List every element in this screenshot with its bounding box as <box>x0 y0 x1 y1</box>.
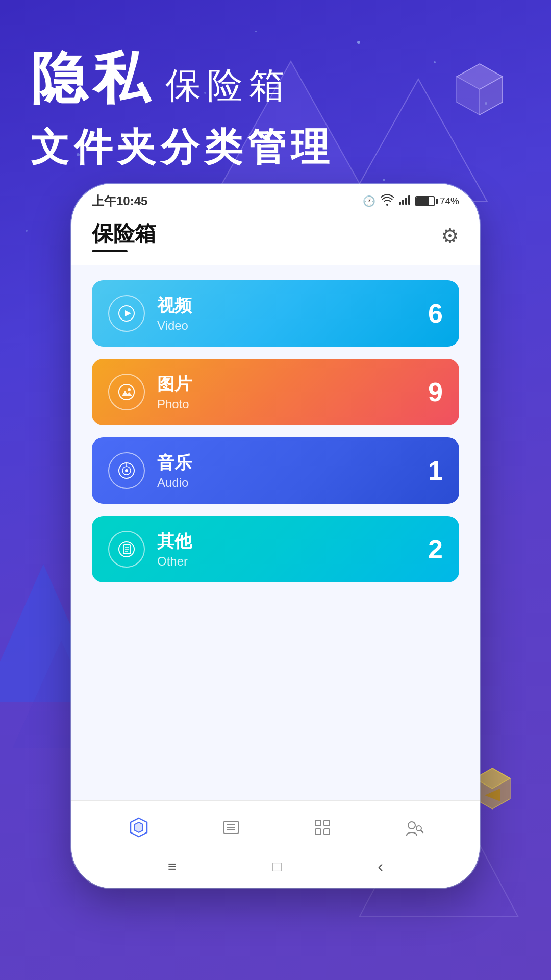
svg-marker-4 <box>480 77 503 115</box>
card-left-video: 视频 Video <box>108 294 192 333</box>
svg-point-23 <box>119 542 134 557</box>
nav-item-profile[interactable] <box>393 812 434 843</box>
header-title-small: 保险箱 <box>165 62 291 110</box>
svg-rect-24 <box>123 545 131 554</box>
app-header: 保险箱 ⚙ <box>71 214 480 265</box>
settings-button[interactable]: ⚙ <box>441 224 459 248</box>
header-line1: 隐私 保险箱 <box>31 41 334 117</box>
video-label-cn: 视频 <box>157 294 192 317</box>
battery-indicator: 74% <box>415 195 459 207</box>
other-icon-circle <box>108 531 145 568</box>
svg-rect-34 <box>315 829 321 835</box>
status-time: 上午10:45 <box>92 193 147 209</box>
phone-mockup: 上午10:45 🕐 <box>71 184 480 888</box>
apps-nav-icon <box>312 817 333 838</box>
svg-rect-35 <box>324 829 330 835</box>
svg-point-21 <box>125 469 128 472</box>
app-title-underline <box>92 250 128 252</box>
app-title-container: 保险箱 <box>92 219 156 252</box>
photo-label-cn: 图片 <box>157 373 192 396</box>
category-card-other[interactable]: 其他 Other 2 <box>92 516 459 582</box>
svg-rect-14 <box>408 195 410 205</box>
audio-count: 1 <box>428 455 443 486</box>
svg-marker-9 <box>485 789 500 801</box>
svg-marker-16 <box>125 310 131 316</box>
list-nav-icon <box>221 817 241 838</box>
card-left-audio: 音乐 Audio <box>108 451 192 490</box>
card-left-photo: 图片 Photo <box>108 373 192 411</box>
app-title: 保险箱 <box>92 219 156 248</box>
battery-percent: 74% <box>440 195 459 207</box>
svg-point-18 <box>128 388 131 391</box>
system-back-icon[interactable]: ‹ <box>378 857 383 876</box>
svg-point-36 <box>408 822 415 829</box>
nav-item-list[interactable] <box>211 812 252 843</box>
svg-rect-32 <box>315 820 321 826</box>
nav-item-vault[interactable] <box>117 811 160 844</box>
video-label-en: Video <box>157 318 192 333</box>
video-icon-circle <box>108 295 145 332</box>
header-subtitle: 文件夹分类管理 <box>31 122 334 174</box>
audio-labels: 音乐 Audio <box>157 451 192 490</box>
category-card-photo[interactable]: 图片 Photo 9 <box>92 359 459 425</box>
svg-point-17 <box>119 384 134 400</box>
video-labels: 视频 Video <box>157 294 192 333</box>
photo-label-en: Photo <box>157 397 192 411</box>
vault-nav-icon <box>128 816 150 839</box>
status-bar: 上午10:45 🕐 <box>71 184 480 214</box>
system-menu-icon[interactable]: ≡ <box>168 859 176 875</box>
other-labels: 其他 Other <box>157 530 192 569</box>
svg-rect-13 <box>405 198 407 205</box>
nav-item-apps[interactable] <box>302 812 343 843</box>
audio-label-cn: 音乐 <box>157 451 192 475</box>
photo-icon-circle <box>108 374 145 410</box>
svg-marker-1 <box>349 79 487 202</box>
svg-rect-12 <box>402 200 404 205</box>
signal-icon <box>399 195 410 207</box>
svg-marker-7 <box>474 768 510 809</box>
bottom-nav <box>71 800 480 849</box>
audio-label-en: Audio <box>157 476 192 490</box>
system-home-icon[interactable]: □ <box>272 859 281 875</box>
category-card-audio[interactable]: 音乐 Audio 1 <box>92 437 459 504</box>
audio-icon-circle <box>108 452 145 489</box>
header-section: 隐私 保险箱 文件夹分类管理 <box>31 41 334 174</box>
wifi-icon <box>381 194 394 208</box>
svg-marker-8 <box>474 768 510 789</box>
app-content: 视频 Video 6 图片 Photo <box>71 265 480 800</box>
other-label-cn: 其他 <box>157 530 192 553</box>
photo-count: 9 <box>428 377 443 407</box>
svg-marker-2 <box>457 64 503 115</box>
other-label-en: Other <box>157 554 192 569</box>
svg-rect-11 <box>399 202 401 205</box>
svg-rect-33 <box>324 820 330 826</box>
other-count: 2 <box>428 534 443 565</box>
video-count: 6 <box>428 298 443 329</box>
system-nav-bar: ≡ □ ‹ <box>71 849 480 888</box>
svg-line-38 <box>421 830 423 832</box>
svg-marker-3 <box>457 64 503 89</box>
status-icons: 🕐 74% <box>363 194 459 208</box>
category-card-video[interactable]: 视频 Video 6 <box>92 280 459 347</box>
alarm-icon: 🕐 <box>363 195 375 207</box>
profile-nav-icon <box>404 817 424 838</box>
photo-labels: 图片 Photo <box>157 373 192 411</box>
card-left-other: 其他 Other <box>108 530 192 569</box>
header-title-large: 隐私 <box>31 41 155 117</box>
